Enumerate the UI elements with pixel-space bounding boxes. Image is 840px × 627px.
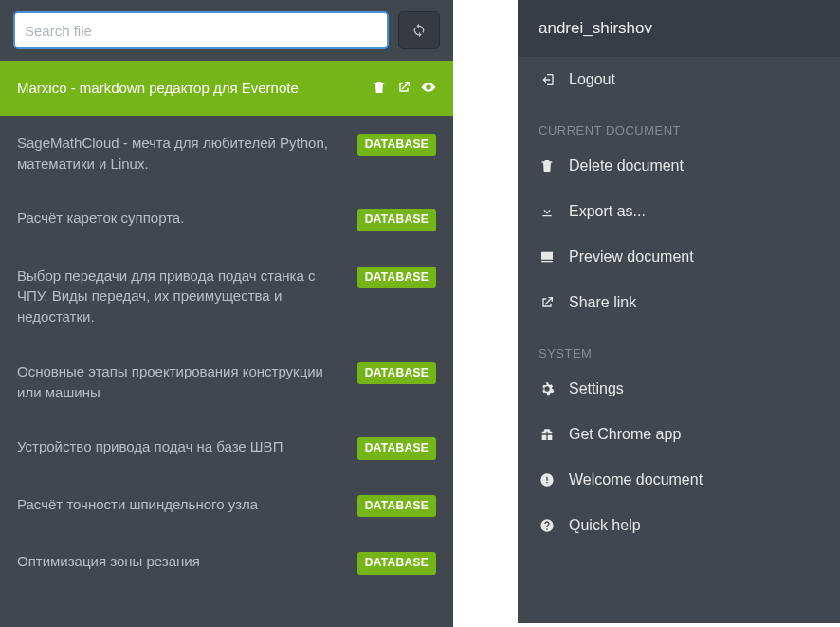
external-link-icon[interactable] (396, 80, 411, 95)
help-icon (539, 518, 556, 533)
database-badge: DATABASE (357, 134, 436, 156)
search-bar (0, 0, 453, 61)
file-panel: Marxico - markdown редактор для Evernote… (0, 0, 453, 627)
database-badge: DATABASE (357, 495, 436, 517)
file-list[interactable]: Marxico - markdown редактор для Evernote… (0, 61, 453, 627)
file-title: Расчёт точности шпиндельного узла (17, 494, 350, 515)
info-icon (539, 472, 556, 488)
gear-icon (539, 381, 556, 396)
gift-icon (539, 427, 556, 442)
menu-item-label: Welcome document (569, 471, 703, 489)
section-label-document: CURRENT DOCUMENT (518, 102, 840, 143)
quick-help-menu-item[interactable]: Quick help (518, 503, 840, 548)
section-label-system: SYSTEM (518, 325, 840, 366)
menu-item-label: Delete document (569, 157, 684, 175)
logout-icon (539, 72, 556, 87)
logout-menu-item[interactable]: Logout (518, 57, 840, 102)
file-title: SageMathCloud - мечта для любителей Pyth… (17, 133, 350, 175)
menu-item-label: Settings (569, 380, 624, 397)
file-title: Выбор передачи для привода подач станка … (17, 266, 350, 327)
file-title: Marxico - markdown редактор для Evernote (17, 78, 364, 99)
delete-document-menu-item[interactable]: Delete document (518, 143, 840, 189)
menu-item-label: Preview document (569, 249, 694, 266)
database-badge: DATABASE (357, 437, 436, 459)
menu-item-label: Get Chrome app (569, 426, 681, 443)
export-menu-item[interactable]: Export as... (518, 189, 840, 234)
menu-item-label: Share link (569, 294, 636, 311)
database-badge: DATABASE (357, 209, 436, 231)
file-item[interactable]: Устройство привода подач на базе ШВП DAT… (0, 419, 453, 476)
file-item[interactable]: Выбор передачи для привода подач станка … (0, 249, 453, 344)
menu-item-label: Logout (569, 71, 615, 88)
menu-panel: andrei_shirshov Logout CURRENT DOCUMENT … (518, 0, 840, 623)
file-actions (372, 78, 436, 95)
monitor-icon (539, 249, 556, 265)
database-badge: DATABASE (357, 267, 436, 288)
settings-menu-item[interactable]: Settings (518, 366, 840, 412)
file-item[interactable]: Расчёт точности шпиндельного узла DATABA… (0, 477, 453, 534)
menu-item-label: Quick help (569, 517, 641, 534)
file-item[interactable]: Marxico - markdown редактор для Evernote (0, 61, 453, 116)
trash-icon (539, 158, 556, 174)
chrome-app-menu-item[interactable]: Get Chrome app (518, 412, 840, 457)
file-item[interactable]: Оптимизация зоны резания DATABASE (0, 534, 453, 591)
download-icon (539, 204, 556, 219)
file-item[interactable]: Расчёт кареток суппорта. DATABASE (0, 191, 453, 248)
menu-item-label: Export as... (569, 203, 646, 220)
file-item[interactable]: SageMathCloud - мечта для любителей Pyth… (0, 116, 453, 192)
share-link-menu-item[interactable]: Share link (518, 280, 840, 325)
refresh-button[interactable] (398, 11, 440, 49)
welcome-menu-item[interactable]: Welcome document (518, 457, 840, 503)
share-icon (539, 295, 556, 310)
file-title: Устройство привода подач на базе ШВП (17, 436, 350, 457)
search-input[interactable] (13, 11, 389, 49)
file-title: Расчёт кареток суппорта. (17, 208, 350, 229)
refresh-icon (411, 23, 427, 38)
file-title: Оптимизация зоны резания (17, 551, 350, 572)
preview-menu-item[interactable]: Preview document (518, 234, 840, 280)
username-header: andrei_shirshov (518, 0, 840, 57)
file-item[interactable]: Основные этапы проектирования конструкци… (0, 344, 453, 420)
eye-icon[interactable] (421, 80, 436, 95)
database-badge: DATABASE (357, 362, 436, 384)
file-title: Основные этапы проектирования конструкци… (17, 361, 350, 403)
trash-icon[interactable] (372, 80, 387, 95)
database-badge: DATABASE (357, 552, 436, 574)
